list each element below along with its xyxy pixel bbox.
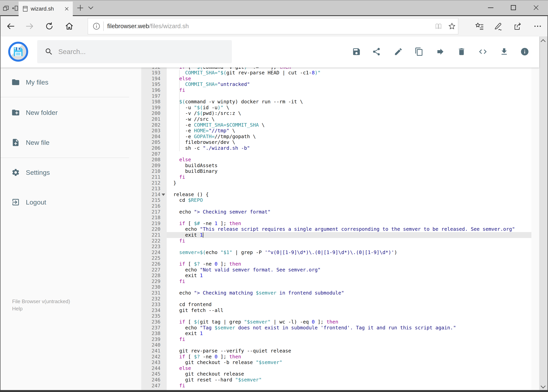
info-button[interactable] <box>520 47 530 57</box>
line-number: 195 <box>141 81 160 87</box>
line-number: 208 <box>141 157 160 163</box>
window-minimize-button[interactable] <box>482 0 499 15</box>
reading-view-icon[interactable] <box>435 22 442 30</box>
forward-button[interactable] <box>25 21 35 31</box>
address-bar[interactable]: filebrowser.web/files/wizard.sh <box>88 18 458 35</box>
new-file-icon <box>11 138 20 147</box>
scroll-up-arrow[interactable] <box>541 40 545 43</box>
download-button[interactable] <box>499 47 509 57</box>
refresh-button[interactable] <box>44 21 54 31</box>
tab-preview-button[interactable] <box>1 4 10 13</box>
code-line: if [ $# -ne 1 ]; then <box>173 221 241 226</box>
hub-button[interactable] <box>474 21 484 31</box>
line-number: 231 <box>141 290 160 296</box>
code-line: git fetch --all <box>173 308 223 313</box>
line-number: 206 <box>141 145 160 151</box>
code-line: fi <box>173 238 185 244</box>
line-number: 210 <box>141 168 160 174</box>
browser-window: wizard.sh filebrowse <box>0 0 548 392</box>
code-line: COMMIT_SHA="untracked" <box>173 81 250 87</box>
save-button[interactable] <box>351 47 361 57</box>
line-number: 245 <box>141 371 160 377</box>
share-icon <box>513 22 522 31</box>
sidebar-item-logout[interactable]: Logout <box>0 193 137 211</box>
code-line: else <box>173 76 191 82</box>
line-number: 234 <box>141 308 160 313</box>
delete-button[interactable] <box>457 47 467 57</box>
tab-close-button[interactable] <box>64 6 70 12</box>
page-scrollbar[interactable] <box>539 36 548 390</box>
pen-icon <box>494 22 503 31</box>
copy-icon <box>415 47 423 56</box>
sidebar-divider <box>0 97 129 97</box>
code-icon <box>478 47 487 56</box>
back-button[interactable] <box>6 21 16 31</box>
new-tab-button[interactable] <box>77 4 84 12</box>
more-options-button[interactable] <box>533 21 543 31</box>
code-line: echo "> Checking matching $semver in fro… <box>173 290 344 296</box>
scroll-down-arrow[interactable] <box>541 384 545 388</box>
download-icon <box>500 47 509 56</box>
tab-list-chevron-button[interactable] <box>89 5 92 9</box>
share-button[interactable] <box>513 21 523 31</box>
annotate-button[interactable] <box>493 21 503 31</box>
code-line: sh -c "./wizard.sh -b" <box>173 145 250 151</box>
line-number: 221 <box>141 232 160 238</box>
home-button[interactable] <box>64 21 74 31</box>
floppy-disk-icon <box>12 46 24 57</box>
line-number: 204 <box>141 134 160 140</box>
code-line: -e GOPATH=//tmp/gopath \ <box>173 134 256 140</box>
line-number: 211 <box>141 174 160 180</box>
copy-button[interactable] <box>414 47 424 57</box>
share-button[interactable] <box>371 47 382 57</box>
line-number: 196 <box>141 87 160 93</box>
url-divider <box>103 21 104 31</box>
line-number: 219 <box>141 221 160 226</box>
new-folder-icon <box>11 108 20 117</box>
window-border-left <box>0 16 0 392</box>
line-number: 233 <box>141 301 160 308</box>
line-number: 247 <box>141 383 160 389</box>
sidebar-item-new-file[interactable]: New file <box>0 134 137 151</box>
code-line: else <box>173 157 191 163</box>
edit-button[interactable] <box>393 47 403 57</box>
line-number: 215 <box>141 197 160 203</box>
sidebar-item-label: New file <box>26 139 49 146</box>
tab-preview-icon <box>3 5 9 12</box>
code-line: if [ $? -ne 0 ]; then <box>173 261 241 267</box>
code-editor[interactable]: 192 if [ "$(command -v git)" != "" ]; th… <box>141 68 531 391</box>
code-line: echo "This release script requires a sin… <box>173 226 515 232</box>
filebrowser-logo[interactable] <box>8 42 28 62</box>
help-link[interactable]: Help <box>12 306 22 312</box>
settings-icon <box>11 168 20 177</box>
window-maximize-button[interactable] <box>505 0 522 15</box>
code-line: -v /$(pwd):/src:z \ <box>173 110 241 116</box>
code-line: git rev-parse --verify --quiet release <box>173 348 291 354</box>
window-close-button[interactable] <box>527 0 545 15</box>
line-number: 241 <box>141 348 160 354</box>
code-line: -e HOME="//tmp" \ <box>173 128 235 134</box>
site-info-icon[interactable] <box>92 22 101 30</box>
search-bar[interactable] <box>37 40 232 63</box>
code-line: exit 1 <box>173 232 203 238</box>
code-line: exit 1 <box>173 330 203 336</box>
forward-button[interactable] <box>435 47 445 57</box>
sidebar-item-settings[interactable]: Settings <box>0 164 137 181</box>
fold-arrow-icon[interactable] <box>162 194 165 196</box>
sidebar-item-new-folder[interactable]: New folder <box>0 104 137 121</box>
line-number: 207 <box>141 151 160 157</box>
set-tabs-aside-button[interactable] <box>11 4 20 13</box>
info-icon <box>520 47 529 56</box>
code-line: echo "Tag $semver does not exist in subm… <box>173 325 456 331</box>
code-line: semver=$(echo "$1" | grep -P '^v(0|[1-9]… <box>173 250 397 255</box>
folder-icon <box>11 78 20 86</box>
favorite-star-icon[interactable] <box>448 22 456 30</box>
hub-favorites-icon <box>475 22 484 31</box>
code-button[interactable] <box>478 47 488 57</box>
text-cursor <box>203 232 203 238</box>
browser-tab[interactable]: wizard.sh <box>19 1 73 16</box>
sidebar-item-label: Logout <box>26 198 46 206</box>
line-number: 200 <box>141 110 160 116</box>
sidebar-item-my-files[interactable]: My files <box>0 73 137 91</box>
search-input[interactable] <box>58 48 215 56</box>
